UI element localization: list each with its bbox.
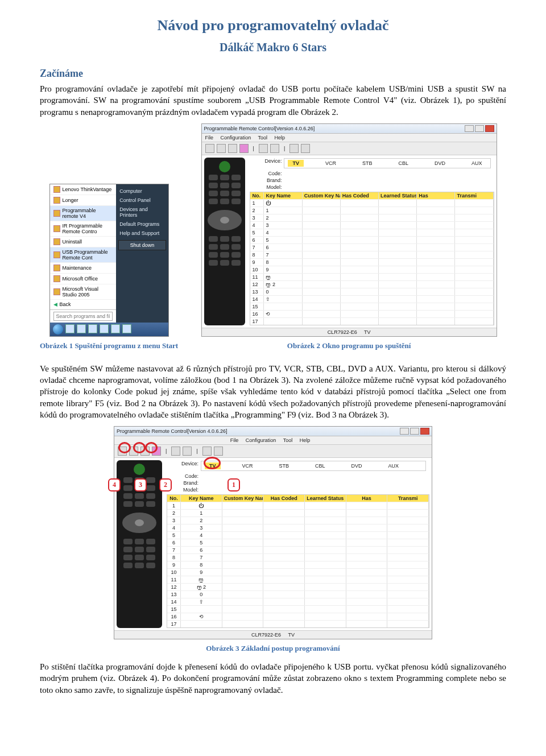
table-row[interactable]: 76 <box>167 546 429 553</box>
table-row[interactable]: 11m̲ <box>167 576 429 583</box>
sm-item[interactable]: Maintenance <box>63 265 113 271</box>
table-row[interactable]: 17 <box>250 317 493 325</box>
tool-icon[interactable] <box>289 144 299 153</box>
sm-back[interactable]: Back <box>60 301 113 307</box>
col-keyname: Key Name <box>264 192 302 199</box>
table-row[interactable]: 14⇧ <box>250 295 493 303</box>
table-row[interactable]: 17 <box>167 620 429 627</box>
table-row[interactable]: 98 <box>167 561 429 568</box>
tab-aux[interactable]: AUX <box>467 160 487 167</box>
page-subtitle: Dálkáč Makro 6 Stars <box>40 41 506 54</box>
menu-config[interactable]: Configuration <box>221 135 251 141</box>
tool-icon[interactable] <box>202 447 212 456</box>
menu-file[interactable]: File <box>205 135 214 141</box>
sm-item-highlight[interactable]: Programmable remote V4 <box>63 208 113 219</box>
tool-icon[interactable] <box>183 447 192 456</box>
table-row[interactable]: 130 <box>250 288 493 295</box>
table-row[interactable]: 43 <box>167 524 429 531</box>
close-icon[interactable] <box>485 125 494 132</box>
shutdown-button[interactable]: Shut down <box>118 240 166 250</box>
tab-dvd[interactable]: DVD <box>347 462 367 469</box>
task-icon[interactable] <box>122 324 131 333</box>
tool-icon[interactable] <box>217 144 226 153</box>
tab-tv[interactable]: TV <box>288 160 304 167</box>
table-row[interactable]: 12m̲ 2 <box>167 583 429 590</box>
tool-icon[interactable] <box>171 447 180 456</box>
figure-2-app-window: Programmable Remote Control[Version 4.0.… <box>201 123 497 337</box>
table-row[interactable]: 12m̲ 2 <box>250 280 493 288</box>
close-icon[interactable] <box>420 428 429 435</box>
tool-icon[interactable] <box>214 447 223 456</box>
sm-right-item[interactable]: Control Panel <box>118 196 166 205</box>
table-row[interactable]: 32 <box>167 517 429 524</box>
table-row[interactable]: 1⏻ <box>167 502 429 509</box>
sm-right-item[interactable]: Default Programs <box>118 220 166 229</box>
table-row[interactable]: 54 <box>250 229 493 236</box>
sm-item[interactable]: IR Programmable Remote Contro <box>63 223 113 234</box>
table-row[interactable]: 14⇧ <box>167 598 429 605</box>
table-row[interactable]: 16⟲ <box>167 613 429 620</box>
menu-tool[interactable]: Tool <box>258 135 268 141</box>
sm-item-usb[interactable]: USB Programmable Remote Cont <box>63 249 113 261</box>
maximize-icon[interactable] <box>410 428 419 435</box>
table-row[interactable]: 87 <box>250 251 493 258</box>
tool-icon[interactable] <box>270 144 279 153</box>
table-row[interactable]: 15 <box>167 605 429 613</box>
task-icon[interactable] <box>111 324 120 333</box>
tab-cbl[interactable]: CBL <box>311 462 330 469</box>
tab-stb[interactable]: STB <box>275 462 294 469</box>
start-orb-icon[interactable] <box>53 324 63 334</box>
task-icon[interactable] <box>100 324 109 333</box>
sm-item[interactable]: Microsoft Visual Studio 2005 <box>63 286 113 298</box>
sm-item[interactable]: Lenovo ThinkVantage <box>63 187 113 192</box>
maximize-icon[interactable] <box>475 125 484 132</box>
table-row[interactable]: 87 <box>167 553 429 561</box>
table-row[interactable]: 1⏻ <box>250 199 493 206</box>
tab-stb[interactable]: STB <box>358 160 377 167</box>
table-row[interactable]: 109 <box>250 266 493 273</box>
menu-help[interactable]: Help <box>275 135 286 141</box>
table-row[interactable]: 15 <box>250 303 493 310</box>
table-row[interactable]: 54 <box>167 531 429 539</box>
tab-dvd[interactable]: DVD <box>430 160 450 167</box>
table-row[interactable]: 76 <box>250 243 493 251</box>
minimize-icon[interactable] <box>400 428 409 435</box>
status-device: TV <box>364 329 371 335</box>
sm-right-item[interactable]: Computer <box>118 187 166 196</box>
table-row[interactable]: 98 <box>250 258 493 266</box>
table-row[interactable]: 32 <box>250 214 493 221</box>
tab-vcr[interactable]: VCR <box>238 462 258 469</box>
table-row[interactable]: 65 <box>250 236 493 243</box>
tool-icon[interactable] <box>259 144 268 153</box>
toolbar: | | <box>114 445 432 458</box>
sm-right-item[interactable]: Devices and Printers <box>118 205 166 220</box>
sm-item[interactable]: Uninstall <box>63 239 113 245</box>
table-row[interactable]: 21 <box>250 206 493 214</box>
tab-aux[interactable]: AUX <box>384 462 404 469</box>
tool-icon[interactable] <box>301 144 310 153</box>
table-row[interactable]: 16⟲ <box>250 310 493 317</box>
tab-cbl[interactable]: CBL <box>394 160 413 167</box>
menu-tool[interactable]: Tool <box>283 437 293 443</box>
table-row[interactable]: 43 <box>250 221 493 229</box>
menu-file[interactable]: File <box>230 437 239 443</box>
task-icon[interactable] <box>88 324 97 333</box>
minimize-icon[interactable] <box>465 125 474 132</box>
search-icon[interactable] <box>239 144 249 153</box>
menu-config[interactable]: Configuration <box>246 437 276 443</box>
task-icon[interactable] <box>77 324 86 333</box>
tool-icon[interactable] <box>228 144 237 153</box>
task-icon[interactable] <box>65 324 75 333</box>
sm-item[interactable]: Longer <box>63 197 113 203</box>
table-row[interactable]: 21 <box>167 509 429 517</box>
sm-right-item[interactable]: Help and Support <box>118 229 166 238</box>
table-row[interactable]: 11m̲ <box>250 273 493 280</box>
table-row[interactable]: 65 <box>167 539 429 546</box>
sm-item[interactable]: Microsoft Office <box>63 276 113 282</box>
tab-vcr[interactable]: VCR <box>321 160 341 167</box>
table-row[interactable]: 130 <box>167 590 429 598</box>
menu-help[interactable]: Help <box>300 437 311 443</box>
tool-icon[interactable] <box>205 144 214 153</box>
startmenu-search[interactable] <box>53 312 113 321</box>
table-row[interactable]: 109 <box>167 568 429 576</box>
